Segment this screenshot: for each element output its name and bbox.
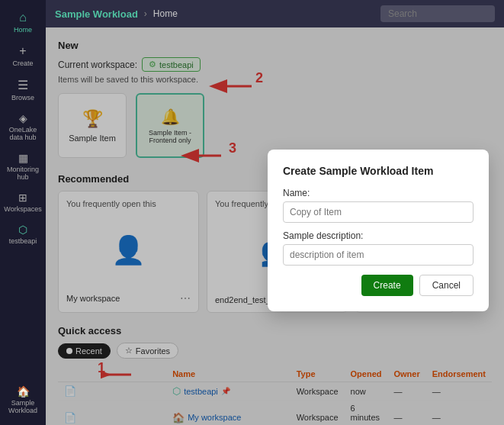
sidebar-label-browse: Browse [11, 94, 34, 101]
sidebar-label-testbeapi: testbeapi [9, 237, 37, 245]
row2-endorsement: — [426, 401, 492, 426]
sidebar-item-sample-workload[interactable]: 🏠 Sample Workload [0, 381, 46, 419]
col-opened: Opened [345, 366, 388, 382]
row2-name-text: My workspace [188, 413, 241, 422]
rec-card-2-footer-text: end2end_test_2 [215, 295, 275, 304]
sidebar-item-testbeapi[interactable]: ⬡ testbeapi [0, 219, 46, 250]
tab-favorites[interactable]: ☆ Favorites [117, 343, 178, 359]
dialog-description-input[interactable] [283, 244, 474, 266]
tab-recent-label: Recent [75, 346, 102, 356]
create-icon: + [19, 44, 26, 58]
row1-endorsement: — [426, 382, 492, 401]
tab-favorites-label: Favorites [136, 346, 170, 356]
sidebar-item-onelake[interactable]: ◈ OneLake data hub [0, 108, 46, 146]
sidebar: ⌂ Home + Create ☰ Browse ◈ OneLake data … [0, 0, 46, 425]
rec-card-1-footer-text: My workspace [66, 294, 120, 303]
save-note: Items will be saved to this workspace. [58, 75, 492, 84]
rec-card-1[interactable]: You frequently open this 👤 My workspace … [58, 191, 199, 313]
favorites-star-icon: ☆ [125, 346, 133, 356]
row1-pin-icon: 📌 [221, 387, 230, 395]
rec-card-1-title: You frequently open this [66, 199, 191, 208]
quick-access-section: Quick access Recent ☆ Favorites Name T [58, 325, 492, 425]
frontend-item-icon: 🔔 [161, 108, 180, 126]
rec-card-1-icon: 👤 [66, 213, 191, 288]
row2-type: Workspace [291, 401, 345, 426]
sidebar-label-onelake: OneLake data hub [3, 126, 43, 141]
item-cards-row: 🏆 Sample Item 🔔 Sample Item - Frontend o… [58, 93, 492, 158]
cancel-button[interactable]: Cancel [419, 275, 474, 296]
sidebar-label-workspaces: Workspaces [4, 205, 41, 213]
sample-item-label: Sample Item [69, 134, 116, 143]
sidebar-label-sample-workload: Sample Workload [3, 399, 43, 414]
workspace-badge: ⚙ testbeapi [142, 57, 201, 72]
browse-icon: ☰ [18, 78, 28, 92]
row1-icon: ⬡ [172, 385, 181, 397]
dialog-name-input[interactable] [283, 201, 474, 223]
sidebar-label-create: Create [12, 60, 33, 67]
col-endorsement: Endorsement [426, 366, 492, 382]
main-area: Sample Workload › Home New Current works… [46, 0, 504, 425]
row1-name[interactable]: ⬡ testbeapi 📌 [166, 382, 291, 401]
row1-file-icon: 📄 [58, 382, 166, 401]
sample-workload-icon: 🏠 [17, 385, 30, 398]
col-type: Type [291, 366, 345, 382]
topbar-breadcrumb: Home [153, 8, 178, 19]
rec-card-1-menu[interactable]: ⋯ [180, 292, 191, 304]
row2-icon: 🏠 [172, 412, 185, 423]
content-area: New Current workspace: ⚙ testbeapi Items… [46, 27, 504, 425]
create-button[interactable]: Create [361, 275, 413, 296]
rec-card-1-footer: My workspace ⋯ [66, 292, 191, 304]
workspaces-icon: ⊞ [18, 192, 27, 204]
row2-file-icon: 📄 [58, 401, 166, 426]
dialog: Create Sample Workload Item Name: Sample… [268, 150, 489, 311]
workspace-name: testbeapi [159, 60, 194, 69]
frontend-item-label: Sample Item - Frontend only [143, 129, 197, 144]
sidebar-item-monitoring[interactable]: ▦ Monitoring hub [0, 147, 46, 185]
sidebar-label-home: Home [14, 26, 32, 34]
dialog-description-label: Sample description: [283, 230, 474, 241]
new-section: New Current workspace: ⚙ testbeapi Items… [58, 40, 492, 158]
topbar-separator: › [144, 8, 147, 19]
workspace-row: Current workspace: ⚙ testbeapi [58, 57, 492, 72]
onelake-icon: ◈ [19, 112, 27, 124]
row1-opened: now [345, 382, 388, 401]
sidebar-item-browse[interactable]: ☰ Browse [0, 73, 46, 106]
dialog-actions: Create Cancel [283, 275, 474, 296]
table-row: 📄 ⬡ testbeapi 📌 Workspace now — — [58, 382, 492, 401]
sample-item-icon: 🏆 [82, 109, 103, 129]
new-section-title: New [58, 40, 492, 51]
tab-recent[interactable]: Recent [58, 343, 111, 359]
row2-opened: 6 minutes ago [345, 401, 388, 426]
item-card-frontend[interactable]: 🔔 Sample Item - Frontend only [136, 93, 204, 158]
workspace-icon: ⚙ [149, 60, 156, 69]
sidebar-item-workspaces[interactable]: ⊞ Workspaces [0, 187, 46, 217]
topbar-app-name: Sample Workload [55, 8, 138, 20]
testbeapi-icon: ⬡ [18, 224, 27, 236]
recent-dot-icon [66, 348, 72, 354]
home-icon: ⌂ [19, 11, 27, 24]
sidebar-item-create[interactable]: + Create [0, 40, 46, 72]
col-name-header: Name [166, 366, 291, 382]
col-name [58, 366, 166, 382]
quick-access-table: Name Type Opened Owner Endorsement 📄 ⬡ [58, 366, 492, 425]
monitoring-icon: ▦ [18, 152, 28, 164]
quick-access-tabs: Recent ☆ Favorites [58, 343, 492, 359]
row1-name-text: testbeapi [184, 387, 218, 396]
sidebar-item-home[interactable]: ⌂ Home [0, 6, 46, 38]
search-input[interactable] [380, 5, 495, 22]
quick-access-title: Quick access [58, 325, 492, 336]
row1-owner: — [387, 382, 425, 401]
col-owner: Owner [387, 366, 425, 382]
sidebar-label-monitoring: Monitoring hub [3, 166, 43, 181]
item-card-sample[interactable]: 🏆 Sample Item [58, 93, 127, 158]
dialog-title: Create Sample Workload Item [283, 165, 474, 177]
row2-owner: — [387, 401, 425, 426]
dialog-name-label: Name: [283, 188, 474, 198]
table-row: 📄 🏠 My workspace Workspace 6 minutes ago… [58, 401, 492, 426]
row2-name[interactable]: 🏠 My workspace [166, 401, 291, 426]
workspace-label: Current workspace: [58, 60, 137, 70]
row1-type: Workspace [291, 382, 345, 401]
topbar: Sample Workload › Home [46, 0, 504, 27]
